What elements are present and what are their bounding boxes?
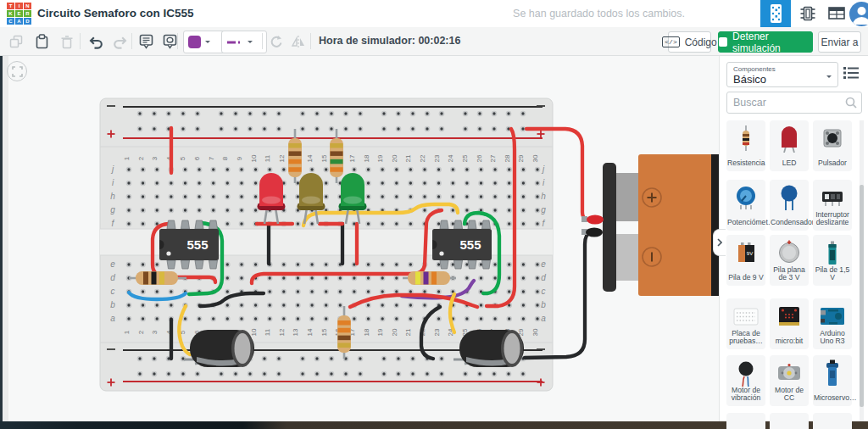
component-card-label: Placa de pruebas… <box>727 330 765 346</box>
label-icon <box>163 34 177 49</box>
breadboard-view-button[interactable] <box>760 0 791 27</box>
rotate-button[interactable] <box>267 32 286 51</box>
stop-icon <box>719 37 727 47</box>
component-card-arduino[interactable]: Arduino Uno R3 <box>813 298 852 349</box>
buzzer-icon <box>772 416 806 429</box>
breadboard-icon <box>769 3 783 24</box>
logo-tile: D <box>24 18 31 25</box>
search-input[interactable] <box>726 92 862 114</box>
save-status: Se han guardado todos los cambios. <box>513 0 685 27</box>
component-card-label: Microservo… <box>814 394 851 403</box>
component-card-label: Pila plana de 3 V <box>771 266 808 282</box>
svg-text:9: 9 <box>236 156 243 160</box>
component-card-label: Potenciómet… <box>727 219 765 227</box>
svg-text:20: 20 <box>391 154 398 162</box>
zoom-fit-icon <box>12 66 23 77</box>
svg-text:1: 1 <box>123 156 131 160</box>
code-icon: </> <box>662 36 679 47</box>
svg-text:30: 30 <box>531 154 539 162</box>
panel-collapse-button[interactable] <box>713 229 726 256</box>
ic-label: 555 <box>186 237 208 252</box>
battery-9v[interactable] <box>581 154 719 296</box>
component-card-battery9v[interactable]: 9VPila de 9 V <box>726 235 765 286</box>
arduino-icon <box>815 302 849 331</box>
chevron-down-icon <box>248 41 253 46</box>
svg-text:c: c <box>542 287 546 296</box>
note-icon <box>139 34 153 49</box>
component-card-dcmotor[interactable]: Motor de CC <box>770 355 809 406</box>
component-card-label: Pulsador <box>814 159 851 168</box>
svg-text:13: 13 <box>292 328 299 336</box>
svg-text:18: 18 <box>363 154 370 162</box>
schematic-view-button[interactable] <box>795 0 821 27</box>
component-card-breadboard[interactable]: Placa de pruebas… <box>726 298 765 349</box>
battery-negative-snap <box>586 227 603 237</box>
code-button[interactable]: </> Código <box>668 31 711 53</box>
wire-style-dropdown[interactable] <box>221 31 267 53</box>
undo-button[interactable] <box>86 32 105 51</box>
svg-text:d: d <box>541 273 546 282</box>
component-card-vibration[interactable]: Motor de vibración <box>726 355 765 406</box>
component-card-potentiometer[interactable]: Potenciómet… <box>726 180 765 231</box>
component-card-bulb[interactable] <box>813 413 852 429</box>
component-card-capacitor[interactable]: Condensador <box>770 180 809 231</box>
components-category-dropdown[interactable]: Componentes Básico <box>726 62 838 87</box>
delete-button[interactable] <box>58 32 76 51</box>
svg-text:14: 14 <box>306 154 314 162</box>
component-list-view-button[interactable] <box>824 0 849 27</box>
bulb-icon <box>815 416 849 429</box>
mirror-button[interactable] <box>289 32 308 51</box>
breadboard-icon <box>729 302 763 331</box>
svg-text:14: 14 <box>306 328 314 336</box>
component-card-label: Pila de 1,5 V <box>814 266 851 282</box>
svg-text:18: 18 <box>363 328 370 336</box>
circuit-canvas[interactable]: 1122334455667788991010111112121313141415… <box>0 55 719 421</box>
svg-text:19: 19 <box>376 328 384 336</box>
component-card-microbit[interactable]: micro:bit <box>770 298 809 349</box>
component-card-battery15[interactable]: Pila de 1,5 V <box>813 235 852 286</box>
ic555-right[interactable]: 555 <box>432 220 492 269</box>
zoom-to-fit-button[interactable] <box>7 61 27 81</box>
component-card-label: Interruptor deslizante <box>814 211 851 227</box>
list-icon <box>843 67 859 79</box>
send-to-button[interactable]: Enviar a <box>818 31 861 53</box>
simulator-time: Hora de simulador: 00:02:16 <box>319 27 460 55</box>
svg-text:29: 29 <box>517 154 525 162</box>
paste-button[interactable] <box>32 32 51 51</box>
list-view-toggle[interactable] <box>843 67 859 82</box>
breadboard-circuit[interactable]: 1122334455667788991010111112121313141415… <box>0 55 719 421</box>
component-card-servo[interactable]: Microservo… <box>813 355 852 406</box>
person-icon <box>849 2 868 26</box>
logo-tile: A <box>15 18 23 25</box>
logo-tile: T <box>7 3 14 9</box>
svg-text:3: 3 <box>151 330 159 334</box>
panel-scrollbar[interactable] <box>860 185 864 407</box>
svg-text:h: h <box>541 192 546 201</box>
chevron-down-icon <box>205 41 210 46</box>
component-card-buzzer[interactable] <box>770 413 809 429</box>
component-card-led[interactable]: LED <box>770 120 809 171</box>
resistor-horizontal[interactable] <box>403 271 456 285</box>
svg-text:27: 27 <box>489 154 497 162</box>
component-card-coincell[interactable]: Pila plana de 3 V <box>770 235 809 286</box>
tinkercad-logo[interactable]: TINKERCAD <box>7 3 33 25</box>
user-avatar[interactable] <box>849 2 868 26</box>
component-card-slideswitch[interactable]: Interruptor deslizante <box>813 180 852 231</box>
mirror-icon <box>291 36 306 48</box>
svg-text:10: 10 <box>250 328 258 336</box>
notes-button[interactable] <box>136 32 155 51</box>
component-card-piezo[interactable] <box>726 413 765 429</box>
stop-simulation-button[interactable]: Detener simulación <box>718 31 813 53</box>
vibration-icon <box>729 359 763 387</box>
redo-button[interactable] <box>111 32 130 51</box>
document-title[interactable]: Circuito Semaforo con IC555 <box>37 0 194 27</box>
copy-button[interactable] <box>7 32 25 51</box>
ic555-left[interactable]: 555 <box>159 220 219 269</box>
component-card-label: Arduino Uno R3 <box>814 330 851 346</box>
svg-text:19: 19 <box>376 154 384 162</box>
svg-text:11: 11 <box>264 328 271 336</box>
component-card-pushbutton[interactable]: Pulsador <box>813 120 852 171</box>
label-button[interactable] <box>160 32 179 51</box>
svg-text:11: 11 <box>264 154 271 162</box>
component-card-resistor[interactable]: Resistencia <box>726 120 765 171</box>
